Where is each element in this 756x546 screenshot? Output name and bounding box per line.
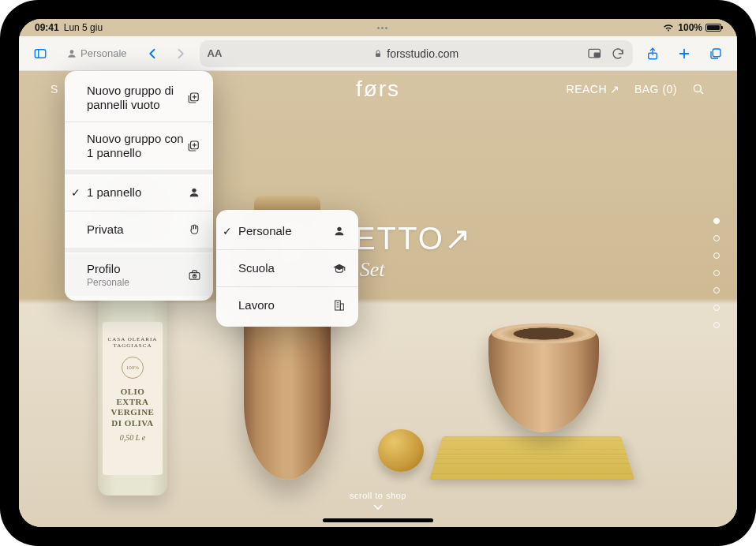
svg-point-18 xyxy=(192,189,196,193)
menu-item-label: 1 pannello xyxy=(87,185,186,200)
svg-rect-11 xyxy=(713,49,720,57)
checkmark-icon: ✓ xyxy=(71,186,80,199)
svg-point-0 xyxy=(694,84,701,92)
person-icon xyxy=(186,186,202,199)
menu-item-label: Personale xyxy=(238,224,331,238)
checkmark-icon: ✓ xyxy=(223,225,232,237)
lock-icon xyxy=(373,48,383,59)
status-bar: 09:41 Lun 5 giu 100% xyxy=(19,19,737,36)
tabs-overview-button[interactable] xyxy=(702,40,729,67)
hand-privacy-icon xyxy=(186,223,202,236)
profile-option-scuola[interactable]: Scuola xyxy=(216,252,358,285)
menu-item-label: Lavoro xyxy=(238,298,331,312)
bottle-line1: OLIO EXTRA xyxy=(106,387,159,407)
cup-graphic xyxy=(488,330,599,432)
profile-option-personale[interactable]: ✓ Personale xyxy=(216,215,358,248)
graduation-cap-icon xyxy=(331,262,347,275)
reload-icon[interactable] xyxy=(611,47,625,61)
svg-rect-2 xyxy=(35,49,46,58)
menu-item-label: Profilo Personale xyxy=(87,262,186,288)
tab-group-plus-icon xyxy=(186,91,202,105)
menu-item-label: Nuovo gruppo di pannelli vuoto xyxy=(87,84,186,112)
profile-submenu: ✓ Personale Scuola Lavoro xyxy=(216,210,358,327)
pip-icon[interactable] xyxy=(587,47,603,60)
menu-item-label: Scuola xyxy=(238,261,331,275)
search-icon[interactable] xyxy=(691,82,705,96)
svg-point-21 xyxy=(193,275,194,276)
menu-item-label: Nuovo gruppo con 1 pannello xyxy=(87,132,186,160)
fruit-graphic xyxy=(378,429,424,472)
menu-one-tab[interactable]: ✓ 1 pannello xyxy=(65,176,213,209)
forward-button xyxy=(167,40,193,67)
menu-new-empty-tab-group[interactable]: Nuovo gruppo di pannelli vuoto xyxy=(65,76,213,120)
url-host: forsstudio.com xyxy=(387,47,458,60)
home-indicator[interactable] xyxy=(323,518,433,522)
sidebar-toggle-button[interactable] xyxy=(27,40,54,67)
status-date: Lun 5 giu xyxy=(64,22,103,33)
scroll-cue[interactable]: scroll to shop xyxy=(19,491,737,511)
back-button[interactable] xyxy=(140,40,167,67)
person-icon xyxy=(66,48,77,59)
svg-rect-7 xyxy=(594,53,599,57)
battery-pct: 100% xyxy=(678,22,702,33)
profile-option-lavoro[interactable]: Lavoro xyxy=(216,289,358,322)
new-tab-button[interactable] xyxy=(671,40,698,67)
svg-rect-25 xyxy=(340,304,343,310)
reader-aa-icon[interactable]: AA xyxy=(208,47,223,59)
chevron-down-icon xyxy=(372,503,384,511)
bottle-brand: CASA OLEARIA TAGGIASCA xyxy=(106,336,159,349)
wifi-icon xyxy=(662,24,675,32)
bottle-volume: 0,50 L e xyxy=(120,433,145,442)
multitask-indicator xyxy=(359,27,406,29)
menu-profile[interactable]: Profilo Personale xyxy=(65,254,213,296)
scroll-label: scroll to shop xyxy=(350,491,406,500)
safari-toolbar: Personale AA forsstudio.com xyxy=(19,36,737,71)
svg-line-1 xyxy=(700,91,703,94)
profile-indicator[interactable]: Personale xyxy=(60,43,133,65)
napkin-graphic xyxy=(429,436,634,480)
address-bar[interactable]: AA forsstudio.com xyxy=(200,40,633,67)
status-time: 09:41 xyxy=(35,22,59,33)
bottle-line2: VERGINE xyxy=(111,407,155,417)
site-nav-left[interactable]: S xyxy=(51,83,58,95)
share-button[interactable] xyxy=(639,40,666,67)
tab-groups-menu: Nuovo gruppo di pannelli vuoto Nuovo gru… xyxy=(65,71,213,301)
tab-group-plus-icon xyxy=(186,139,202,153)
page-indicator[interactable] xyxy=(713,218,720,328)
building-icon xyxy=(331,299,347,312)
svg-point-4 xyxy=(70,50,74,54)
menu-private[interactable]: Privata xyxy=(65,213,213,246)
site-bag-link[interactable]: BAG (0) xyxy=(634,83,677,95)
briefcase-icon xyxy=(186,268,202,282)
bottle-seal: 100% xyxy=(122,357,144,379)
battery-icon xyxy=(705,24,721,32)
svg-rect-24 xyxy=(335,301,341,310)
bottle-line3: DI OLIVA xyxy=(111,418,154,428)
menu-item-label: Privata xyxy=(87,223,186,237)
person-icon xyxy=(331,225,347,237)
profile-label: Personale xyxy=(80,47,127,59)
svg-rect-5 xyxy=(376,53,380,57)
menu-new-group-with-one-tab[interactable]: Nuovo gruppo con 1 pannello xyxy=(65,124,213,168)
site-reach-link[interactable]: REACH ↗ xyxy=(567,83,620,95)
svg-point-22 xyxy=(337,227,341,231)
